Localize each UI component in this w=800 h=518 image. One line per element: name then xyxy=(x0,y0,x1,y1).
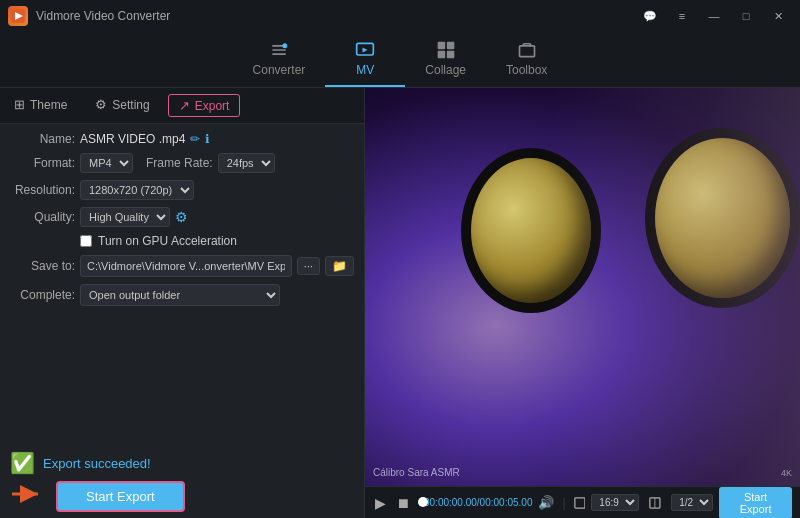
resolution-row: Resolution: 1280x720 (720p) xyxy=(10,180,354,200)
video-content: Cálibro Sara ASMR 4K xyxy=(365,88,800,486)
video-controls: ▶ ⏹ 00:00:00.00/00:00:05.00 🔊 | 16:9 1/2… xyxy=(365,486,800,518)
title-bar-controls: 💬 ≡ — □ ✕ xyxy=(636,6,792,26)
title-bar: Vidmore Video Converter 💬 ≡ — □ ✕ xyxy=(0,0,800,32)
name-edit-icon[interactable]: ✏ xyxy=(190,132,200,146)
framerate-label: Frame Rate: xyxy=(146,156,213,170)
complete-row: Complete: Open output folder xyxy=(10,284,354,306)
crop-icon xyxy=(574,496,586,510)
fraction-select[interactable]: 1/2 xyxy=(671,494,713,511)
svg-rect-6 xyxy=(437,51,445,59)
left-tab-theme[interactable]: ⊞ Theme xyxy=(0,91,81,120)
name-info-icon[interactable]: ℹ xyxy=(205,132,210,146)
format-select[interactable]: MP4 xyxy=(80,153,133,173)
left-panel: ⊞ Theme ⚙ Setting ↗ Export Name: ASMR VI… xyxy=(0,88,365,518)
video-area: Cálibro Sara ASMR 4K xyxy=(365,88,800,486)
tab-collage-label: Collage xyxy=(425,63,466,77)
saveto-folder-button[interactable]: 📁 xyxy=(325,256,354,276)
menu-button[interactable]: ≡ xyxy=(668,6,696,26)
play-button[interactable]: ▶ xyxy=(373,493,388,513)
start-export-area: Start Export xyxy=(0,481,364,518)
svg-rect-9 xyxy=(574,497,584,507)
quality-gear-icon[interactable]: ⚙ xyxy=(175,209,188,225)
tab-converter[interactable]: Converter xyxy=(233,34,326,87)
success-check-icon: ✅ xyxy=(10,451,35,475)
time-current: 00:00:00.00 xyxy=(424,497,477,508)
name-label: Name: xyxy=(10,132,75,146)
quality-label: Quality: xyxy=(10,210,75,224)
time-display: 00:00:00.00/00:00:05.00 xyxy=(424,497,532,508)
saveto-row: Save to: ··· 📁 xyxy=(10,255,354,277)
tab-toolbox[interactable]: Toolbox xyxy=(486,34,567,87)
gpu-label: Turn on GPU Acceleration xyxy=(98,234,237,248)
tab-collage[interactable]: Collage xyxy=(405,34,486,87)
name-value: ASMR VIDEO .mp4 xyxy=(80,132,185,146)
left-tab-export-label: Export xyxy=(195,99,230,113)
nav-tabs: Converter MV Collage Toolbox xyxy=(0,32,800,88)
left-tab-theme-label: Theme xyxy=(30,98,67,112)
format-label: Format: xyxy=(10,156,75,170)
resolution-select[interactable]: 1280x720 (720p) xyxy=(80,180,194,200)
gpu-checkbox[interactable] xyxy=(80,235,92,247)
left-tabs: ⊞ Theme ⚙ Setting ↗ Export xyxy=(0,88,364,124)
volume-icon[interactable]: 🔊 xyxy=(538,495,554,510)
left-tab-setting-label: Setting xyxy=(112,98,149,112)
right-panel: Cálibro Sara ASMR 4K ▶ ⏹ 00:00:00.00/00:… xyxy=(365,88,800,518)
quality-row: Quality: High Quality ⚙ xyxy=(10,207,354,227)
saveto-label: Save to: xyxy=(10,259,75,273)
app-logo xyxy=(8,6,28,26)
svg-rect-7 xyxy=(446,51,454,59)
chat-button[interactable]: 💬 xyxy=(636,6,664,26)
main-layout: ⊞ Theme ⚙ Setting ↗ Export Name: ASMR VI… xyxy=(0,88,800,518)
gpu-row: Turn on GPU Acceleration xyxy=(80,234,354,248)
left-tab-export[interactable]: ↗ Export xyxy=(168,94,241,117)
arrow-icon xyxy=(10,483,46,511)
saveto-dots-button[interactable]: ··· xyxy=(297,257,320,275)
video-hand-overlay xyxy=(550,88,800,486)
minimize-button[interactable]: — xyxy=(700,6,728,26)
export-icon: ↗ xyxy=(179,98,190,113)
maximize-button[interactable]: □ xyxy=(732,6,760,26)
title-bar-left: Vidmore Video Converter xyxy=(8,6,170,26)
progress-dot xyxy=(418,497,428,507)
left-tab-setting[interactable]: ⚙ Setting xyxy=(81,91,163,120)
framerate-select[interactable]: 24fps xyxy=(218,153,275,173)
video-watermark: Cálibro Sara ASMR xyxy=(373,467,460,478)
setting-icon: ⚙ xyxy=(95,97,107,112)
format-row: Format: MP4 Frame Rate: 24fps xyxy=(10,153,354,173)
tab-toolbox-label: Toolbox xyxy=(506,63,547,77)
aspect-ratio-select[interactable]: 16:9 xyxy=(591,494,639,511)
success-row: ✅ Export succeeded! xyxy=(10,451,354,475)
theme-icon: ⊞ xyxy=(14,97,25,112)
tab-converter-label: Converter xyxy=(253,63,306,77)
svg-point-2 xyxy=(282,43,287,48)
close-button[interactable]: ✕ xyxy=(764,6,792,26)
start-export-button[interactable]: Start Export xyxy=(56,481,185,512)
success-text: Export succeeded! xyxy=(43,456,151,471)
form-area: Name: ASMR VIDEO .mp4 ✏ ℹ Format: MP4 Fr… xyxy=(0,124,364,447)
stop-button[interactable]: ⏹ xyxy=(394,493,412,513)
tab-mv[interactable]: MV xyxy=(325,34,405,87)
app-title: Vidmore Video Converter xyxy=(36,9,170,23)
saveto-input[interactable] xyxy=(80,255,292,277)
resolution-label: Resolution: xyxy=(10,183,75,197)
complete-select[interactable]: Open output folder xyxy=(80,284,280,306)
export-success-area: ✅ Export succeeded! xyxy=(0,447,364,481)
start-export-small-button[interactable]: Start Export xyxy=(719,487,792,519)
name-row: Name: ASMR VIDEO .mp4 ✏ ℹ xyxy=(10,132,354,146)
quality-select[interactable]: High Quality xyxy=(80,207,170,227)
svg-rect-5 xyxy=(446,42,454,50)
slice-icon xyxy=(649,496,661,510)
complete-label: Complete: xyxy=(10,288,75,302)
svg-rect-4 xyxy=(437,42,445,50)
video-watermark-right: 4K xyxy=(781,468,792,478)
tab-mv-label: MV xyxy=(356,63,374,77)
separator1: | xyxy=(562,496,565,510)
time-total: 00:00:05.00 xyxy=(480,497,533,508)
